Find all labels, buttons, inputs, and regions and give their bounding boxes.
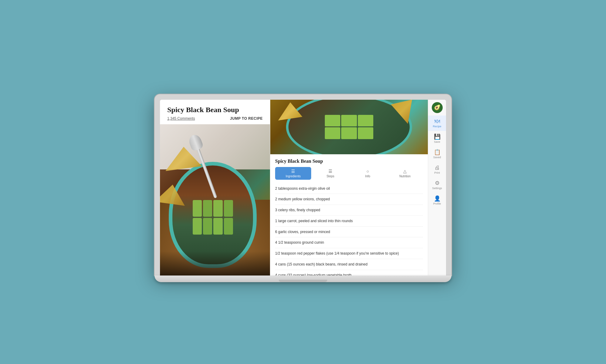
tab-steps[interactable]: ☰ Steps <box>312 167 348 180</box>
ingredient-item: 2 tablespoons extra-virgin olive oil <box>275 183 423 194</box>
hero-avocado <box>325 115 373 139</box>
recipe-content: Spicy Black Bean Soup ☰ Ingredients ☰ St… <box>270 154 428 276</box>
ingredients-icon: ☰ <box>291 169 295 174</box>
print-nav-label: Print <box>434 171 440 174</box>
recipe-section: Spicy Black Bean Soup ☰ Ingredients ☰ St… <box>270 100 428 276</box>
ingredients-list: 2 tablespoons extra-virgin olive oil2 me… <box>270 183 428 276</box>
ingredient-item: 4 cans (15 ounces each) black beans, rin… <box>275 259 423 270</box>
saved-nav-icon: 📋 <box>434 149 441 155</box>
sidebar-item-profile[interactable]: 👤 Profile <box>428 193 446 208</box>
food-photo <box>160 124 270 276</box>
settings-nav-label: Settings <box>432 187 442 190</box>
recipe-nav-icon: 🍽 <box>435 119 440 124</box>
blog-main-image <box>160 124 270 276</box>
screen-bezel: Spicy Black Bean Soup 1,345 Comments JUM… <box>155 94 451 276</box>
info-tab-label: Info <box>365 175 370 178</box>
sidebar-nav: 🥑 🍽 Recipe 💾 Save 📋 Saved 🖨 Print <box>428 100 446 276</box>
ingredient-item: 4 1/2 teaspoons ground cumin <box>275 237 423 248</box>
ingredient-item: 2 medium yellow onions, chopped <box>275 194 423 205</box>
comments-link[interactable]: 1,345 Comments <box>167 116 195 121</box>
avocado-topping <box>193 200 233 235</box>
settings-nav-icon: ⚙ <box>435 180 440 186</box>
ingredient-item: 1 large carrot, peeled and sliced into t… <box>275 216 423 227</box>
profile-nav-label: Profile <box>433 202 441 205</box>
blog-header: Spicy Black Bean Soup 1,345 Comments JUM… <box>160 100 270 124</box>
sidebar-item-save[interactable]: 💾 Save <box>428 131 446 146</box>
save-nav-label: Save <box>434 140 440 143</box>
image-overlay <box>160 251 270 276</box>
sidebar-item-print[interactable]: 🖨 Print <box>428 162 446 177</box>
recipe-hero-bg <box>270 100 428 154</box>
ingredient-item: 1/2 teaspoon red pepper flakes (use 1/4 … <box>275 248 423 259</box>
recipe-nav-label: Recipe <box>433 125 441 128</box>
sidebar-item-saved[interactable]: 📋 Saved <box>428 146 446 162</box>
saved-nav-label: Saved <box>433 156 441 159</box>
sidebar-item-recipe[interactable]: 🍽 Recipe <box>428 115 446 131</box>
blog-title: Spicy Black Bean Soup <box>167 106 263 114</box>
steps-icon: ☰ <box>328 169 332 174</box>
jump-to-recipe-link[interactable]: JUMP TO RECIPE <box>230 116 263 121</box>
tab-nutrition[interactable]: △ Nutrition <box>387 167 423 180</box>
laptop-screen: Spicy Black Bean Soup 1,345 Comments JUM… <box>160 100 446 276</box>
ingredient-item: 6 garlic cloves, pressed or minced <box>275 227 423 238</box>
nutrition-icon: △ <box>403 169 407 174</box>
save-nav-icon: 💾 <box>434 134 441 139</box>
ingredient-item: 4 cups (32 ounces) low-sodium vegetable … <box>275 270 423 276</box>
blog-section: Spicy Black Bean Soup 1,345 Comments JUM… <box>160 100 270 276</box>
profile-nav-icon: 👤 <box>434 196 441 201</box>
tab-ingredients[interactable]: ☰ Ingredients <box>275 167 311 180</box>
app-logo: 🥑 <box>432 102 443 113</box>
info-icon: ○ <box>366 169 369 174</box>
ingredients-tab-label: Ingredients <box>286 175 301 178</box>
steps-tab-label: Steps <box>327 175 335 178</box>
sidebar-item-settings[interactable]: ⚙ Settings <box>428 177 446 193</box>
laptop-wrapper: Spicy Black Bean Soup 1,345 Comments JUM… <box>136 82 470 282</box>
nutrition-tab-label: Nutrition <box>399 175 411 178</box>
blog-meta: 1,345 Comments JUMP TO RECIPE <box>167 116 263 121</box>
avocado-logo-icon: 🥑 <box>434 104 441 111</box>
print-nav-icon: 🖨 <box>435 165 440 170</box>
recipe-hero-image <box>270 100 428 154</box>
recipe-name: Spicy Black Bean Soup <box>270 154 428 167</box>
tab-info[interactable]: ○ Info <box>350 167 386 180</box>
hero-bowl <box>286 100 412 154</box>
ingredient-item: 3 celery ribs, finely chopped <box>275 205 423 216</box>
laptop-base <box>155 276 451 282</box>
recipe-tabs: ☰ Ingredients ☰ Steps ○ Info △ <box>270 167 428 180</box>
